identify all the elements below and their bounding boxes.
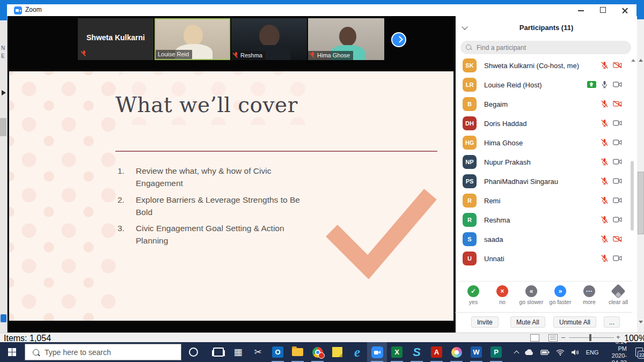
next-videos-button[interactable] xyxy=(391,32,406,47)
list-text: Explore Barriers & Leverage Strengths to… xyxy=(136,194,309,218)
scroll-up-arrow-icon[interactable] xyxy=(639,59,643,62)
view-mode-icon[interactable] xyxy=(530,334,539,342)
feedback-row: ✓ yes × no « go slower » go faster ··· m… xyxy=(459,285,632,309)
avatar: NP xyxy=(463,155,477,169)
participant-name: Shweta Kulkarni (Co-host, me) xyxy=(484,62,579,70)
sticky-notes-icon[interactable] xyxy=(327,342,347,362)
participant-name: Nupur Prakash xyxy=(484,158,531,166)
camera-on-icon xyxy=(613,158,622,166)
taskbar-search[interactable]: Type here to search xyxy=(25,344,181,360)
avatar: B xyxy=(463,97,477,111)
language-indicator[interactable]: ENG xyxy=(586,349,599,356)
outlook-icon[interactable]: O xyxy=(268,342,288,362)
zoom-slider-thumb[interactable] xyxy=(589,334,591,341)
go-slower-button[interactable]: « go slower xyxy=(517,285,545,309)
camera-off-icon xyxy=(613,61,622,69)
clock[interactable]: 6:14 PM 2020-04-23 xyxy=(607,338,627,362)
camera-on-icon xyxy=(613,138,622,146)
feedback-label: more xyxy=(575,299,603,305)
wifi-icon[interactable] xyxy=(556,349,565,356)
excel-icon[interactable]: X xyxy=(387,342,407,362)
list-scrollbar-thumb[interactable] xyxy=(631,161,634,231)
mic-muted-icon xyxy=(601,100,609,108)
slide-list-item: 2. Explore Barriers & Leverage Strengths… xyxy=(118,194,311,218)
participant-row[interactable]: B Begaim xyxy=(455,94,630,114)
minimize-button[interactable] xyxy=(570,4,592,16)
participant-row[interactable]: R Remi xyxy=(455,191,630,210)
mute-all-button[interactable]: Mute All xyxy=(510,316,545,328)
internet-explorer-icon: e xyxy=(354,345,360,360)
avatar: U xyxy=(463,252,477,265)
zoom-titlebar[interactable] xyxy=(7,4,636,16)
participant-name: saada xyxy=(484,235,503,243)
mic-muted-icon xyxy=(601,138,609,146)
background-window-right-edge-top xyxy=(636,0,644,19)
more-button[interactable]: ··· more xyxy=(575,285,603,309)
go-faster-button[interactable]: » go faster xyxy=(546,285,574,309)
participant-row[interactable]: NP Nupur Prakash xyxy=(455,152,630,172)
zoom-out-button[interactable]: – xyxy=(561,333,565,341)
mic-muted-icon xyxy=(233,52,239,58)
excel-icon: X xyxy=(391,346,402,358)
yes-button[interactable]: ✓ yes xyxy=(459,285,487,309)
more-options-button[interactable]: ... xyxy=(604,316,620,328)
video-tile-shweta[interactable]: Shweta Kulkarni xyxy=(78,18,153,60)
task-view-icon[interactable] xyxy=(208,342,228,362)
participant-row[interactable]: R Reshma xyxy=(455,210,630,230)
participant-name: Louise Reid (Host) xyxy=(484,81,542,89)
edge-scrollbar-thumb[interactable] xyxy=(0,118,6,136)
skype-business-icon[interactable]: S xyxy=(407,342,427,362)
snipping-tool-icon[interactable]: ✂ xyxy=(248,342,268,362)
publisher-icon[interactable]: P xyxy=(486,342,506,362)
screen: N E Zoom Shweta Kulkarni Louise Reid Res… xyxy=(0,0,644,362)
list-scroll-up-icon[interactable] xyxy=(631,59,635,62)
unmute-all-button[interactable]: Unmute All xyxy=(553,316,596,328)
notification-center-icon[interactable]: 22 xyxy=(635,348,643,357)
edge-triangle-icon xyxy=(2,90,6,95)
scroll-down-arrow-icon[interactable] xyxy=(639,321,643,323)
participant-row[interactable]: HG Hima Ghose xyxy=(455,133,630,152)
find-participant-input[interactable] xyxy=(460,41,631,54)
invite-button[interactable]: Invite xyxy=(471,316,499,328)
cortana-icon[interactable] xyxy=(189,348,198,357)
background-window-scrollbar[interactable] xyxy=(636,0,644,333)
internet-explorer-icon[interactable]: e xyxy=(347,342,367,362)
chrome-icon[interactable] xyxy=(308,342,327,362)
word-icon[interactable]: W xyxy=(466,342,486,362)
participant-name: Reshma xyxy=(484,216,510,224)
onedrive-cloud-icon[interactable] xyxy=(524,349,534,356)
video-tile-hima[interactable]: Hima Ghose xyxy=(308,18,384,60)
slide-divider xyxy=(115,151,437,152)
view-mode-icon[interactable] xyxy=(548,334,558,342)
paint3d-icon[interactable] xyxy=(447,342,466,362)
eraser-icon xyxy=(611,284,625,298)
volume-icon[interactable] xyxy=(571,349,579,356)
participant-row[interactable]: PS PhaniMadhavi Singarau xyxy=(455,172,630,191)
participant-row[interactable]: S saada xyxy=(455,230,630,249)
participant-row[interactable]: U Unnati xyxy=(455,249,630,268)
tile-name: Shweta Kulkarni xyxy=(78,33,153,42)
acrobat-icon[interactable]: A xyxy=(427,342,447,362)
participant-name: Remi xyxy=(484,197,500,205)
edge-text-fragment: E xyxy=(1,53,7,59)
slide-list-item: 3. Civic Engagement Goal Setting & Actio… xyxy=(118,222,311,247)
no-button[interactable]: × no xyxy=(488,285,516,309)
video-tile-louise[interactable]: Louise Reid xyxy=(155,18,230,60)
clear-all-button[interactable]: clear all xyxy=(604,285,632,309)
participant-row[interactable]: SK Shweta Kulkarni (Co-host, me) xyxy=(455,56,630,75)
battery-icon[interactable] xyxy=(540,350,550,355)
mic-on-icon xyxy=(601,80,609,88)
check-circle-icon: ✓ xyxy=(467,285,479,297)
maximize-button[interactable] xyxy=(592,4,614,16)
zoom-app-icon[interactable] xyxy=(367,342,387,362)
feedback-label: go slower xyxy=(517,299,545,305)
close-button[interactable] xyxy=(614,4,636,16)
calculator-icon[interactable]: ▦ xyxy=(228,342,248,362)
file-explorer-icon[interactable] xyxy=(288,342,308,362)
participant-row[interactable]: LR Louise Reid (Host) xyxy=(455,75,630,94)
participant-row[interactable]: DH Doris Haddad xyxy=(455,114,630,133)
video-tile-reshma[interactable]: Reshma xyxy=(231,18,307,60)
tile-name: Hima Ghose xyxy=(317,52,350,58)
scrollbar-thumb[interactable] xyxy=(638,172,644,234)
tray-chevron-up-icon[interactable] xyxy=(514,350,518,355)
